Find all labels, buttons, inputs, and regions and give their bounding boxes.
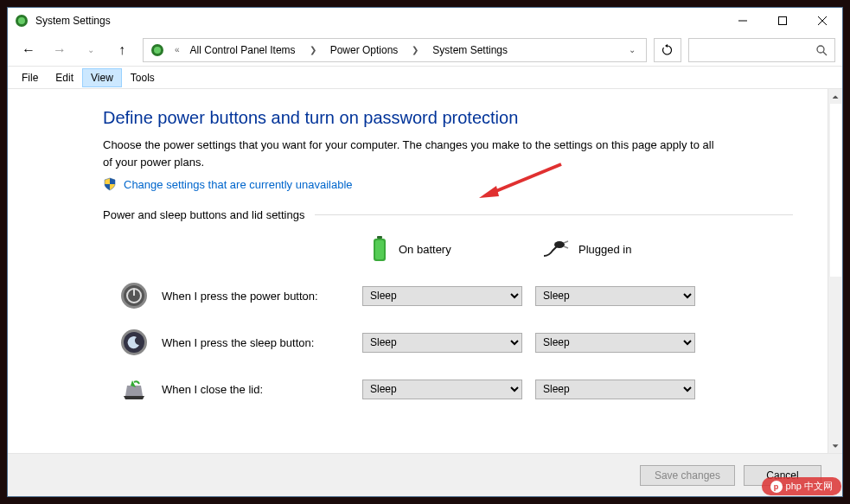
svg-point-15 xyxy=(554,241,565,248)
breadcrumb[interactable]: « All Control Panel Items ❯ Power Option… xyxy=(143,38,647,62)
breadcrumb-item[interactable]: Power Options xyxy=(327,42,402,58)
close-button[interactable] xyxy=(802,8,842,34)
menu-view[interactable]: View xyxy=(82,68,122,87)
svg-line-16 xyxy=(564,241,568,243)
footer: Save changes Cancel xyxy=(8,453,842,496)
vertical-scrollbar[interactable]: ⏶ ⏷ xyxy=(828,89,842,453)
breadcrumb-item[interactable]: All Control Panel Items xyxy=(187,42,299,58)
page-description: Choose the power settings that you want … xyxy=(103,137,725,170)
back-button[interactable]: ← xyxy=(15,38,42,62)
power-button-battery-select[interactable]: Sleep xyxy=(362,286,522,306)
svg-marker-11 xyxy=(479,186,499,198)
forward-button[interactable]: → xyxy=(46,38,73,62)
section-title: Power and sleep buttons and lid settings xyxy=(103,208,304,221)
refresh-button[interactable] xyxy=(654,38,681,62)
menubar: File Edit View Tools xyxy=(8,67,842,89)
titlebar: System Settings xyxy=(8,8,842,34)
svg-rect-3 xyxy=(779,17,787,25)
svg-rect-12 xyxy=(377,236,382,239)
plug-icon xyxy=(542,239,570,259)
row-label-power: When I press the power button: xyxy=(162,290,318,303)
battery-icon xyxy=(369,235,390,263)
breadcrumb-item[interactable]: System Settings xyxy=(429,42,511,58)
control-panel-icon xyxy=(150,43,164,57)
content-pane: Define power buttons and turn on passwor… xyxy=(8,89,828,453)
chevron-right-icon[interactable]: ❯ xyxy=(303,45,323,54)
svg-point-8 xyxy=(817,46,824,53)
scroll-down-button[interactable]: ⏷ xyxy=(828,438,842,453)
scroll-up-button[interactable]: ⏶ xyxy=(828,89,842,104)
app-icon xyxy=(15,14,29,28)
power-button-icon xyxy=(120,282,148,309)
lid-battery-select[interactable]: Sleep xyxy=(362,380,522,399)
minimize-button[interactable] xyxy=(723,8,763,34)
chevron-down-icon[interactable]: ⌄ xyxy=(622,45,642,54)
row-label-lid: When I close the lid: xyxy=(162,383,263,396)
svg-line-9 xyxy=(823,52,827,55)
menu-edit[interactable]: Edit xyxy=(47,68,82,87)
lid-plugged-select[interactable]: Sleep xyxy=(535,380,695,399)
shield-icon xyxy=(103,177,117,191)
page-heading: Define power buttons and turn on passwor… xyxy=(103,108,793,128)
watermark: p php 中文网 xyxy=(762,477,841,495)
divider xyxy=(315,214,793,215)
svg-point-1 xyxy=(18,17,25,24)
svg-line-17 xyxy=(564,246,568,248)
column-plugged: Plugged in xyxy=(535,239,708,259)
system-settings-window: System Settings ← → ⌄ ↑ « All Control Pa… xyxy=(7,7,843,497)
navbar: ← → ⌄ ↑ « All Control Panel Items ❯ Powe… xyxy=(8,34,842,67)
sleep-button-icon xyxy=(120,329,148,356)
save-button[interactable]: Save changes xyxy=(640,465,735,486)
row-label-sleep: When I press the sleep button: xyxy=(162,336,314,349)
search-input[interactable] xyxy=(688,38,835,62)
search-icon xyxy=(815,44,828,56)
power-button-plugged-select[interactable]: Sleep xyxy=(535,286,695,306)
maximize-button[interactable] xyxy=(763,8,802,34)
sleep-button-battery-select[interactable]: Sleep xyxy=(362,333,522,353)
breadcrumb-prefix: « xyxy=(171,45,183,54)
menu-file[interactable]: File xyxy=(13,68,47,87)
chevron-right-icon[interactable]: ❯ xyxy=(405,45,425,54)
change-settings-link[interactable]: Change settings that are currently unava… xyxy=(124,178,353,191)
scroll-thumb[interactable] xyxy=(830,104,841,277)
recent-dropdown[interactable]: ⌄ xyxy=(77,38,105,62)
svg-rect-14 xyxy=(375,240,384,259)
up-button[interactable]: ↑ xyxy=(108,38,136,62)
svg-point-7 xyxy=(154,47,161,54)
lid-icon xyxy=(120,375,148,403)
window-title: System Settings xyxy=(35,15,723,27)
column-battery: On battery xyxy=(362,235,535,263)
menu-tools[interactable]: Tools xyxy=(122,68,163,87)
sleep-button-plugged-select[interactable]: Sleep xyxy=(535,333,695,353)
